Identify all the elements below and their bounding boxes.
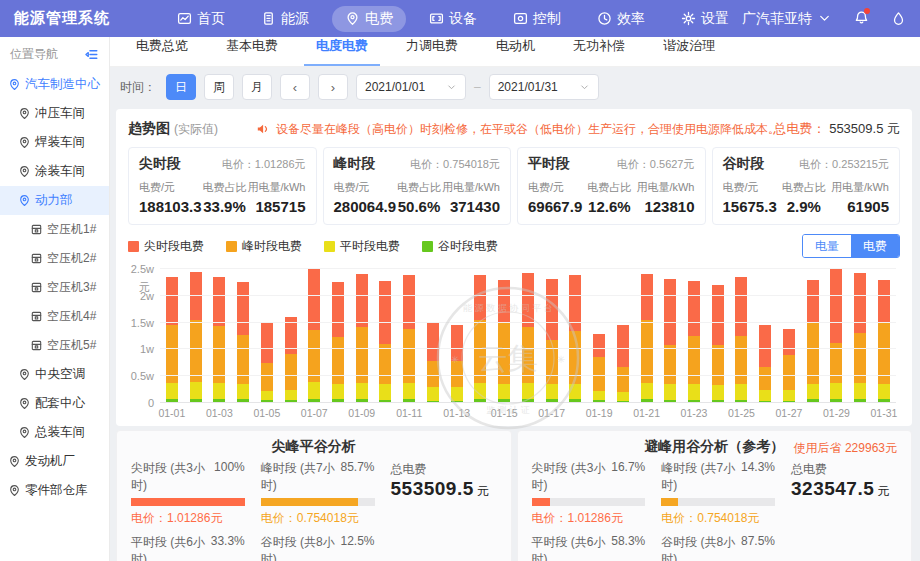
- end-date-select[interactable]: 2021/01/31: [489, 74, 599, 100]
- sidebar-item-空压机1#[interactable]: 空压机1#: [0, 215, 109, 244]
- legend-item-尖时段电费[interactable]: 尖时段电费: [128, 238, 204, 255]
- nav-item-label: 效率: [617, 10, 645, 28]
- bar-01-11[interactable]: [403, 269, 415, 403]
- sidebar-item-冲压车间[interactable]: 冲压车间: [0, 99, 109, 128]
- bar-segment: [617, 325, 629, 366]
- bar-01-18[interactable]: [569, 269, 581, 403]
- sidebar-item-空压机2#[interactable]: 空压机2#: [0, 244, 109, 273]
- sidebar-item-涂装车间[interactable]: 涂装车间: [0, 157, 109, 186]
- chevron-down-icon: [817, 11, 832, 26]
- x-tick-label: 01-01: [166, 407, 178, 419]
- sidebar-item-发动机厂[interactable]: 发动机厂: [0, 447, 109, 476]
- toggle-电量[interactable]: 电量: [803, 235, 851, 257]
- tab-电费总览[interactable]: 电费总览: [124, 37, 200, 66]
- bar-01-10[interactable]: [379, 269, 391, 403]
- sidebar-item-零件部仓库[interactable]: 零件部仓库: [0, 476, 109, 505]
- bar-01-12[interactable]: [427, 269, 439, 403]
- bar-01-03[interactable]: [213, 269, 225, 403]
- tab-力调电费[interactable]: 力调电费: [394, 37, 470, 66]
- total-fee-value: 553509.5 元: [829, 121, 900, 136]
- progress-bar: [261, 498, 375, 506]
- fee-label: 电费/元: [528, 180, 582, 195]
- bar-01-31[interactable]: [878, 269, 890, 403]
- stacked-bar-chart: 元 00.5w1w1.5w2w2.5w 01-0101-0301-0501-07…: [128, 265, 900, 423]
- tab-基本电费[interactable]: 基本电费: [214, 37, 290, 66]
- bar-segment: [522, 273, 534, 327]
- sidebar-item-汽车制造中心[interactable]: 汽车制造中心: [0, 70, 109, 99]
- nav-item-首页[interactable]: 首页: [164, 6, 238, 32]
- bar-01-22[interactable]: [664, 269, 676, 403]
- summary-total-value: 323547.5元: [791, 478, 897, 500]
- x-tick-label: [712, 407, 724, 419]
- tab-无功补偿[interactable]: 无功补偿: [561, 37, 637, 66]
- bar-01-04[interactable]: [237, 269, 249, 403]
- bar-01-13[interactable]: [451, 269, 463, 403]
- start-date-select[interactable]: 2021/01/01: [356, 74, 466, 100]
- period-price: 电价：0.5627元: [617, 157, 695, 172]
- bar-01-26[interactable]: [759, 269, 771, 403]
- sidebar-item-配套中心[interactable]: 配套中心: [0, 389, 109, 418]
- bar-01-07[interactable]: [308, 269, 320, 403]
- sidebar-item-空压机4#[interactable]: 空压机4#: [0, 302, 109, 331]
- legend-item-平时段电费[interactable]: 平时段电费: [324, 238, 400, 255]
- time-mode-日[interactable]: 日: [166, 74, 196, 100]
- sidebar-item-动力部[interactable]: 动力部: [0, 186, 109, 215]
- period-price: 电价：1.01286元: [222, 157, 306, 172]
- bar-segment: [451, 387, 463, 401]
- sidebar-item-空压机3#[interactable]: 空压机3#: [0, 273, 109, 302]
- toggle-电费[interactable]: 电费: [851, 235, 899, 257]
- prev-period-button[interactable]: ‹: [280, 74, 310, 100]
- sidebar-item-空压机5#[interactable]: 空压机5#: [0, 331, 109, 360]
- bar-01-24[interactable]: [712, 269, 724, 403]
- bar-01-15[interactable]: [498, 269, 510, 403]
- bar-01-23[interactable]: [688, 269, 700, 403]
- nav-item-效率[interactable]: 效率: [584, 6, 658, 32]
- legend-item-峰时段电费[interactable]: 峰时段电费: [226, 238, 302, 255]
- sidebar-collapse-icon[interactable]: [84, 47, 99, 62]
- notifications-button[interactable]: [854, 10, 869, 28]
- analysis-row-pct: 33.3%: [211, 534, 245, 561]
- bar-01-06[interactable]: [285, 269, 297, 403]
- bar-01-27[interactable]: [783, 269, 795, 403]
- nav-item-设置[interactable]: 设置: [668, 6, 742, 32]
- bar-01-16[interactable]: [522, 269, 534, 403]
- tab-谐波治理[interactable]: 谐波治理: [651, 37, 727, 66]
- nav-item-控制[interactable]: 控制: [500, 6, 574, 32]
- water-drop-icon[interactable]: [891, 11, 906, 26]
- time-mode-月[interactable]: 月: [242, 74, 272, 100]
- sidebar-item-label: 空压机1#: [47, 221, 96, 238]
- tab-电度电费[interactable]: 电度电费: [304, 37, 380, 66]
- bar-01-20[interactable]: [617, 269, 629, 403]
- sidebar-item-中央空调[interactable]: 中央空调: [0, 360, 109, 389]
- bar-segment: [546, 279, 558, 340]
- bar-01-30[interactable]: [854, 269, 866, 403]
- sidebar-item-总装车间[interactable]: 总装车间: [0, 418, 109, 447]
- bar-01-21[interactable]: [641, 269, 653, 403]
- nav-item-设备[interactable]: 设备: [416, 6, 490, 32]
- tab-电动机[interactable]: 电动机: [484, 37, 547, 66]
- analysis-row-price: 电价：0.754018元: [661, 510, 775, 527]
- ratio-label: 电费占比: [397, 180, 441, 195]
- bar-segment: [190, 320, 202, 382]
- bar-01-29[interactable]: [830, 269, 842, 403]
- bar-01-14[interactable]: [474, 269, 486, 403]
- bar-01-02[interactable]: [190, 269, 202, 403]
- bar-01-17[interactable]: [546, 269, 558, 403]
- sidebar-item-焊装车间[interactable]: 焊装车间: [0, 128, 109, 157]
- nav-item-能源[interactable]: 能源: [248, 6, 322, 32]
- tenant-selector[interactable]: 广汽菲亚特: [742, 10, 832, 28]
- bar-01-08[interactable]: [332, 269, 344, 403]
- top-nav: 能源管理系统 首页能源电费设备控制效率设置 广汽菲亚特: [0, 0, 920, 37]
- bar-01-28[interactable]: [807, 269, 819, 403]
- legend-item-谷时段电费[interactable]: 谷时段电费: [422, 238, 498, 255]
- next-period-button[interactable]: ›: [318, 74, 348, 100]
- nav-item-电费[interactable]: 电费: [332, 6, 406, 32]
- bar-01-25[interactable]: [735, 269, 747, 403]
- analysis-row-price: 电价：1.01286元: [131, 510, 245, 527]
- time-mode-周[interactable]: 周: [204, 74, 234, 100]
- bar-01-19[interactable]: [593, 269, 605, 403]
- bar-01-01[interactable]: [166, 269, 178, 403]
- bar-01-05[interactable]: [261, 269, 273, 403]
- period-name: 平时段: [528, 155, 570, 173]
- bar-01-09[interactable]: [356, 269, 368, 403]
